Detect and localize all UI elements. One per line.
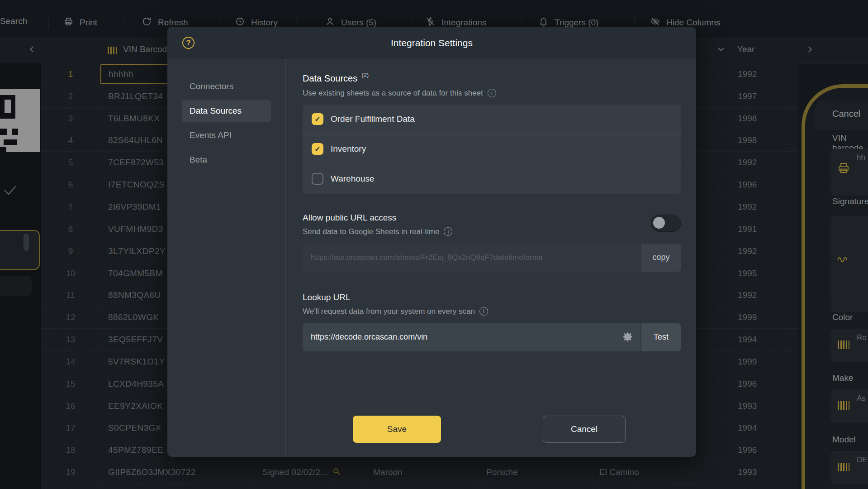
data-sources-subtitle: Use existing sheets as a source of data … [303, 89, 681, 98]
modal-nav-data-sources[interactable]: Data Sources [182, 100, 271, 122]
modal-nav-events-api[interactable]: Events API [182, 124, 271, 147]
checkbox-unchecked[interactable] [312, 173, 323, 185]
lookup-url-section: Lookup URL We'll request data from your … [303, 292, 681, 351]
public-url-section: Allow public URL access Send data to Goo… [303, 213, 681, 272]
modal-nav-beta[interactable]: Beta [182, 149, 271, 171]
modal-nav: ConnectorsData SourcesEvents APIBeta [167, 59, 286, 457]
save-button[interactable]: Save [353, 416, 441, 443]
lookup-url-input[interactable]: https://decode.orcascan.com/vin [303, 323, 640, 351]
checkbox-checked[interactable]: ✓ [312, 143, 323, 155]
data-sources-heading: Data Sources(2) [303, 72, 681, 84]
info-icon[interactable]: i [488, 89, 496, 97]
public-url-subtitle: Send data to Google Sheets in real-time … [303, 227, 681, 236]
data-source-label: Inventory [331, 144, 366, 154]
cancel-button[interactable]: Cancel [543, 416, 626, 443]
data-source-label: Order Fulfillment Data [331, 114, 415, 124]
gear-icon[interactable] [620, 330, 634, 346]
data-source-row[interactable]: ✓Order Fulfillment Data [303, 105, 681, 134]
info-icon[interactable]: i [444, 227, 452, 236]
copy-button[interactable]: copy [641, 244, 681, 272]
modal-header: ? Integration Settings [167, 27, 696, 59]
modal-nav-connectors[interactable]: Connectors [182, 75, 271, 98]
data-source-row[interactable]: Warehouse [303, 164, 681, 194]
modal-body: ConnectorsData SourcesEvents APIBeta Dat… [167, 59, 696, 457]
public-url-toggle[interactable] [651, 215, 681, 232]
lookup-url-row: https://decode.orcascan.com/vin Test [303, 323, 681, 351]
toggle-knob [653, 217, 665, 229]
checkbox-checked[interactable]: ✓ [312, 113, 323, 125]
public-url-row: https://api.orcascan.com/sheets/Fr2Exj_9… [303, 244, 681, 272]
modal-title: Integration Settings [167, 27, 696, 59]
data-source-row[interactable]: ✓Inventory [303, 134, 681, 164]
data-sources-count-badge: (2) [361, 72, 369, 78]
public-url-value: https://api.orcascan.com/sheets/Fr2Exj_9… [303, 244, 640, 272]
integration-settings-modal: ? Integration Settings ConnectorsData So… [167, 27, 696, 457]
lookup-url-heading: Lookup URL [303, 292, 681, 302]
modal-content: Data Sources(2) Use existing sheets as a… [286, 59, 696, 457]
data-source-label: Warehouse [331, 174, 374, 184]
info-icon[interactable]: i [479, 307, 488, 316]
lookup-url-subtitle: We'll request data from your system on e… [303, 307, 681, 316]
app-window: Vehicles SearchPrintRefreshHistoryUsers … [0, 0, 868, 489]
test-button[interactable]: Test [641, 323, 681, 351]
public-url-heading: Allow public URL access [303, 213, 681, 223]
data-sources-list: ✓Order Fulfillment Data✓InventoryWarehou… [303, 105, 681, 194]
